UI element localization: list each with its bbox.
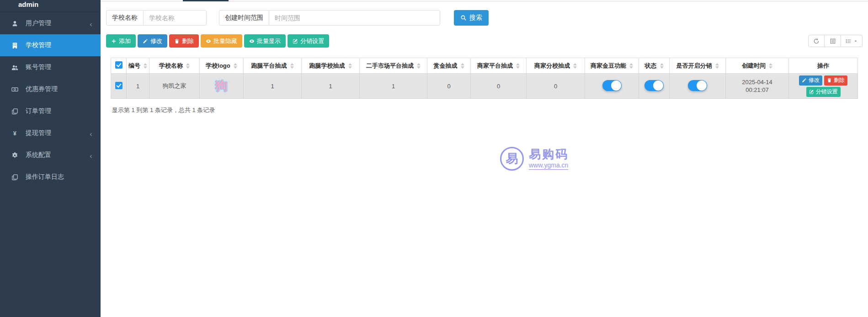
column-header[interactable]: 状态	[639, 58, 670, 74]
batch-hide-button[interactable]: 批量隐藏	[201, 34, 242, 48]
column-header[interactable]: 商家分校抽成	[527, 58, 585, 74]
gear-icon	[11, 152, 21, 159]
status-toggle[interactable]	[644, 80, 664, 91]
column-header[interactable]: 学校名称	[149, 58, 200, 74]
trash-icon	[174, 38, 180, 44]
sidebar-item-label: 系统配置	[26, 151, 51, 159]
delete-button[interactable]: 删除	[169, 34, 199, 48]
column-header-label: 商家金豆功能	[591, 62, 626, 70]
eye-icon	[249, 38, 255, 44]
sort-carets-icon[interactable]	[573, 63, 577, 69]
sidebar-item-label: 订单管理	[26, 107, 51, 115]
school-logo-image[interactable]: 狗	[215, 79, 228, 93]
edit-icon	[809, 89, 814, 94]
column-header[interactable]: 商家平台抽成	[471, 58, 527, 74]
sort-carets-icon[interactable]	[417, 63, 421, 69]
gold-bean-toggle[interactable]	[602, 80, 622, 91]
sidebar-item[interactable]: 账号管理	[0, 56, 101, 78]
sort-carets-icon[interactable]	[629, 63, 633, 69]
chevron-left-icon	[89, 153, 93, 160]
list-icon	[845, 38, 852, 44]
edit-icon	[293, 38, 298, 44]
sidebar-item-label: 提现管理	[26, 129, 51, 137]
main-content: 学校名称 创建时间范围 搜索 添加 修改 删除 批	[101, 0, 868, 317]
sort-carets-icon[interactable]	[186, 63, 190, 69]
select-all-checkbox[interactable]	[115, 61, 122, 69]
sidebar-item[interactable]: 操作订单日志	[0, 166, 101, 188]
plus-icon	[111, 38, 117, 44]
sort-carets-icon[interactable]	[660, 63, 664, 69]
row-distribution-button[interactable]: 分销设置	[806, 87, 841, 97]
table-header-row: 编号学校名称学校logo跑腿平台抽成跑腿学校抽成二手市场平台抽成赏金抽成商家平台…	[111, 58, 858, 74]
user-icon	[11, 20, 21, 27]
row-checkbox[interactable]	[115, 82, 122, 89]
column-header[interactable]: 二手市场平台抽成	[360, 58, 427, 74]
edit-button[interactable]: 修改	[138, 34, 167, 48]
column-header[interactable]: 创建时间	[726, 58, 789, 74]
sort-carets-icon[interactable]	[516, 63, 520, 69]
column-header-label: 赏金抽成	[434, 62, 458, 70]
sidebar-item[interactable]: 学校管理	[0, 34, 101, 56]
search-icon	[460, 15, 467, 21]
column-header-label: 操作	[817, 62, 829, 70]
sort-carets-icon[interactable]	[234, 63, 237, 69]
created-clock: 00:21:07	[726, 86, 788, 94]
active-tab-indicator[interactable]	[183, 0, 229, 1]
card-view-button[interactable]	[825, 35, 841, 47]
cell-run-school-cut: 1	[302, 74, 360, 99]
sort-carets-icon[interactable]	[769, 63, 772, 69]
sidebar-item[interactable]: 优惠券管理	[0, 78, 101, 100]
sidebar-item[interactable]: 提现管理	[0, 122, 101, 144]
chevron-left-icon	[89, 131, 93, 138]
sort-carets-icon[interactable]	[461, 63, 464, 69]
sidebar-item-label: 账号管理	[26, 63, 51, 71]
school-table: 编号学校名称学校logo跑腿平台抽成跑腿学校抽成二手市场平台抽成赏金抽成商家平台…	[111, 58, 858, 99]
sort-carets-icon[interactable]	[715, 63, 719, 69]
row-edit-button[interactable]: 修改	[799, 75, 822, 86]
column-header[interactable]: 商家金豆功能	[585, 58, 639, 74]
column-header-label: 创建时间	[742, 62, 766, 70]
watermark-title: 易购码	[529, 148, 569, 160]
cell-id: 1	[127, 74, 149, 99]
columns-dropdown-button[interactable]	[841, 35, 863, 47]
admin-username: admin	[0, 0, 101, 12]
column-header: 操作	[789, 58, 858, 74]
cell-bounty-cut: 0	[427, 74, 471, 99]
sort-carets-icon[interactable]	[348, 63, 352, 69]
search-button[interactable]: 搜索	[454, 10, 489, 26]
column-header[interactable]: 编号	[127, 58, 149, 74]
watermark-url[interactable]: www.ygma.cn	[529, 161, 568, 170]
sort-carets-icon[interactable]	[144, 63, 147, 69]
add-button[interactable]: 添加	[106, 34, 136, 48]
orders-icon	[11, 108, 21, 115]
pencil-icon	[802, 78, 807, 83]
distribution-toggle[interactable]	[688, 80, 707, 91]
batch-show-button[interactable]: 批量显示	[244, 34, 286, 48]
sidebar-item[interactable]: 系统配置	[0, 144, 101, 166]
card-view-icon	[830, 38, 836, 44]
toolbar: 添加 修改 删除 批量隐藏 批量显示 分销设置	[106, 34, 863, 48]
cell-run-platform-cut: 1	[244, 74, 302, 99]
users-icon	[11, 64, 21, 71]
column-header[interactable]: 赏金抽成	[427, 58, 471, 74]
row-delete-button[interactable]: 删除	[824, 75, 847, 86]
sort-carets-icon[interactable]	[290, 63, 294, 69]
column-header[interactable]: 学校logo	[200, 58, 244, 74]
column-header[interactable]: 是否开启分销	[670, 58, 726, 74]
school-name-input[interactable]	[143, 10, 207, 26]
created-date: 2025-04-14	[726, 78, 788, 86]
pencil-icon	[143, 38, 148, 44]
sidebar-item[interactable]: 用户管理	[0, 12, 101, 34]
cell-created-time: 2025-04-14 00:21:07	[726, 74, 789, 99]
distribution-setting-button[interactable]: 分销设置	[288, 34, 329, 48]
column-header[interactable]: 跑腿平台抽成	[244, 58, 302, 74]
column-header[interactable]: 跑腿学校抽成	[302, 58, 360, 74]
school-name-label: 学校名称	[106, 10, 143, 26]
sidebar-item-label: 学校管理	[26, 41, 51, 49]
refresh-button[interactable]	[808, 35, 825, 47]
table-view-controls	[808, 35, 863, 47]
column-header-label: 二手市场平台抽成	[366, 62, 414, 70]
column-header-label: 学校名称	[159, 62, 183, 70]
time-range-input[interactable]	[269, 10, 440, 26]
sidebar-item[interactable]: 订单管理	[0, 100, 101, 122]
